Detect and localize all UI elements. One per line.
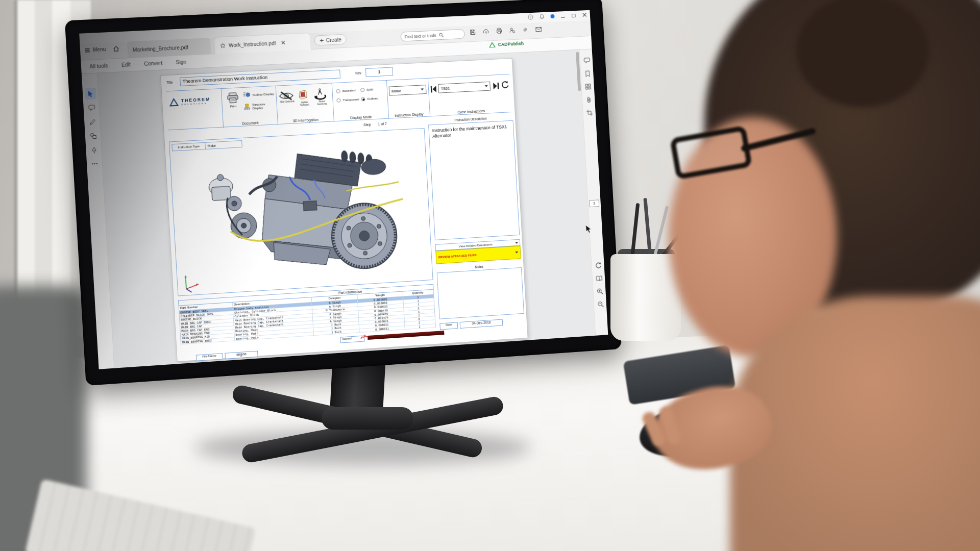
crop-panel-button[interactable] (584, 108, 595, 118)
signed-bar (368, 331, 444, 340)
radio-solid[interactable]: Solid (360, 85, 385, 94)
plus-icon (320, 38, 325, 42)
instruction-description-text: Instruction for the maintnenace of TSX1 … (432, 124, 510, 140)
screen: ? Menu (79, 10, 608, 369)
tools-menu-edit[interactable]: Edit (121, 62, 131, 68)
ellipsis-icon (91, 163, 98, 165)
title-label: Title (166, 81, 173, 85)
pen-nib-icon (90, 146, 97, 154)
cycle-back-button[interactable] (430, 85, 437, 93)
help-icon[interactable]: ? (528, 14, 533, 20)
chevron-down-icon (421, 88, 424, 90)
reset-geometry-icon (313, 88, 330, 101)
document-group: Print Toolbar Display Structure Display (222, 86, 277, 128)
save-icon[interactable] (470, 29, 476, 35)
monitor-bezel: ? Menu (65, 0, 622, 386)
minimize-button[interactable] (560, 13, 566, 18)
theorem-logo: THEOREM SOLUTIONS (168, 95, 220, 107)
zoom-in-icon (596, 288, 603, 295)
bookmark-icon (584, 70, 590, 77)
tab-close-icon[interactable] (281, 40, 285, 44)
find-input[interactable]: Find text or tools (400, 29, 465, 42)
theorem-triangle-icon (168, 97, 179, 107)
toolbar-display-icon (243, 91, 251, 98)
toolbar-display-button[interactable]: Toolbar Display (243, 90, 274, 98)
cycle-instructions-group: TS01 Cycle Instructions (429, 74, 512, 117)
more-tools-button[interactable] (89, 158, 101, 170)
comments-panel-button[interactable] (581, 55, 592, 66)
toolbar-display-label: Toolbar Display (252, 92, 274, 96)
radio-icon (360, 88, 364, 92)
star-icon[interactable] (220, 42, 226, 48)
bookmarks-panel-button[interactable] (582, 68, 593, 79)
search-people-icon[interactable] (509, 27, 515, 33)
notes-box[interactable] (437, 267, 524, 319)
reset-geometry-button[interactable]: Reset Geometry (313, 88, 330, 106)
thumbnails-panel-button[interactable] (583, 81, 593, 92)
restore-button[interactable] (571, 12, 576, 17)
email-icon[interactable] (535, 26, 542, 32)
file-name-value[interactable]: engine (225, 351, 258, 359)
tools-menu-all-tools[interactable]: All tools (89, 63, 108, 69)
axis-triad-icon (181, 272, 200, 293)
cycle-forward-button[interactable] (493, 82, 500, 90)
page-number-box[interactable]: 1 (589, 199, 599, 207)
radio-transparent[interactable]: Transparent (336, 95, 361, 104)
refresh-view-button[interactable] (593, 260, 603, 270)
shapes-tool-button[interactable] (87, 130, 99, 142)
reset-geometry-label: Reset Geometry (314, 100, 331, 106)
step-label: Step (363, 123, 371, 127)
isolate-selected-button[interactable]: Isolate Selected (296, 88, 312, 107)
radio-icon (361, 97, 365, 101)
structure-display-icon (243, 103, 251, 110)
radio-outlined[interactable]: Outlined (361, 94, 386, 103)
draw-tool-button[interactable] (86, 116, 99, 128)
attachments-panel-button[interactable] (583, 94, 594, 105)
radio-label: Outlined (367, 97, 379, 101)
comment-bubble-icon (583, 57, 590, 63)
notifications-icon[interactable] (539, 14, 545, 19)
find-placeholder: Find text or tools (404, 33, 436, 39)
cycle-instruction-dropdown[interactable]: TS01 (438, 82, 491, 93)
display-mode-options: IllustratedTransparentSolidOutlined (336, 85, 385, 106)
home-button[interactable] (112, 45, 119, 53)
tools-menu-sign[interactable]: Sign (176, 59, 186, 65)
print-icon[interactable] (496, 28, 502, 34)
rev-field[interactable]: 1 (365, 67, 393, 77)
select-tool-button[interactable] (85, 88, 97, 99)
skip-forward-icon (493, 82, 500, 90)
print-button[interactable]: Print (226, 92, 239, 108)
zoom-out-button[interactable] (595, 299, 605, 310)
cadpublish-triangle-icon (488, 41, 496, 48)
date-field[interactable]: 04-Dec-2018 (460, 319, 503, 328)
link-icon[interactable] (522, 27, 528, 33)
interrogation-group-label: 3D Interrogation (278, 117, 332, 123)
cycle-reset-button[interactable] (501, 81, 510, 90)
crop-icon (586, 110, 593, 116)
zoom-in-button[interactable] (595, 286, 605, 296)
cycle-instructions-label: Cycle Instructions (431, 108, 512, 115)
engine-3d-view[interactable] (190, 139, 414, 287)
comment-tool-button[interactable] (85, 102, 97, 114)
app-menu-button[interactable]: Menu (84, 46, 106, 53)
zoom-out-icon (597, 300, 604, 308)
sign-tool-button[interactable] (88, 144, 100, 156)
step-indicator: Step 1 of 7 (363, 122, 387, 127)
viewport-3d[interactable]: Instruction Type Make (169, 128, 433, 296)
hide-selected-button[interactable]: Hide Selected (278, 90, 295, 104)
radio-icon (336, 89, 340, 93)
create-button[interactable]: Create (314, 34, 347, 46)
chevron-down-icon (515, 241, 518, 243)
undo-icon (501, 81, 510, 90)
cloud-upload-icon[interactable] (482, 29, 489, 35)
arrow-cursor-icon (87, 90, 94, 97)
close-button[interactable] (582, 12, 587, 17)
structure-display-button[interactable]: Structure Display (243, 102, 276, 110)
read-mode-button[interactable] (594, 273, 604, 284)
radio-illustrated[interactable]: Illustrated (336, 86, 361, 95)
instruction-description-box[interactable]: Instruction for the maintnenace of TSX1 … (428, 120, 520, 240)
loop-arrows-icon (595, 262, 601, 269)
document-group-label: Document (224, 120, 277, 126)
tools-menu-convert[interactable]: Convert (144, 60, 162, 67)
instruction-display-dropdown[interactable]: Make (389, 85, 427, 96)
